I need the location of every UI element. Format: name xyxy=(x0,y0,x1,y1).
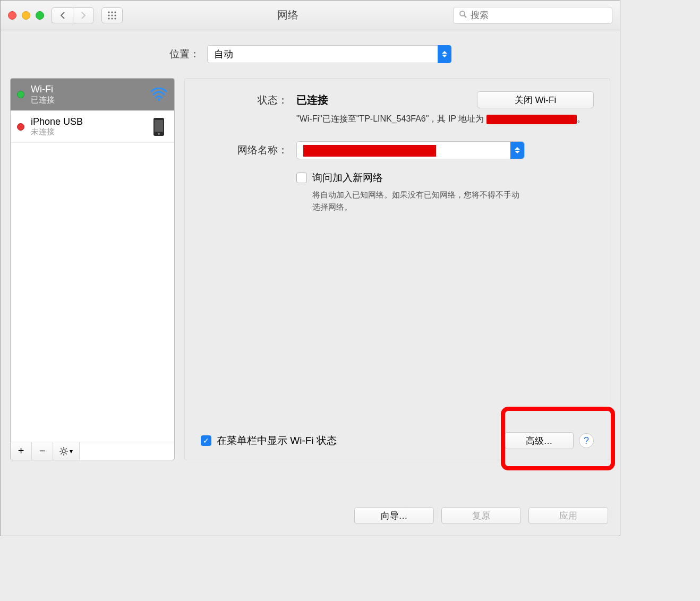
svg-point-2 xyxy=(114,11,116,13)
forward-button[interactable] xyxy=(73,7,94,23)
show-status-checkbox[interactable]: ✓ xyxy=(201,435,211,446)
redacted-ip xyxy=(486,115,577,124)
network-name-select[interactable] xyxy=(296,141,525,159)
iphone-icon xyxy=(150,118,168,136)
service-list: Wi-Fi 已连接 iPhone xyxy=(11,79,174,442)
minimize-window-button[interactable] xyxy=(22,11,30,20)
svg-point-0 xyxy=(108,11,109,13)
search-icon xyxy=(459,10,467,21)
svg-point-7 xyxy=(111,18,113,19)
detail-pane: 状态： 已连接 关闭 Wi-Fi "Wi-Fi"已连接至"TP-LINK_543… xyxy=(184,78,610,460)
grid-icon xyxy=(107,11,117,20)
svg-point-11 xyxy=(158,99,160,101)
chevron-right-icon xyxy=(80,11,87,20)
status-value: 已连接 xyxy=(296,93,328,107)
svg-point-5 xyxy=(114,14,116,16)
service-status: 未连接 xyxy=(31,127,143,137)
svg-point-9 xyxy=(460,11,465,16)
service-name: Wi-Fi xyxy=(31,84,143,95)
status-dot-icon xyxy=(17,123,24,131)
back-button[interactable] xyxy=(52,7,73,23)
location-row: 位置： 自动 xyxy=(1,30,620,78)
svg-line-22 xyxy=(66,448,67,449)
svg-point-4 xyxy=(111,14,113,16)
search-field[interactable] xyxy=(453,7,612,24)
nav-buttons xyxy=(52,7,94,23)
show-status-label: 在菜单栏中显示 Wi-Fi 状态 xyxy=(217,434,337,448)
remove-service-button[interactable]: − xyxy=(32,442,53,460)
wifi-icon xyxy=(150,85,168,104)
svg-line-20 xyxy=(61,448,62,449)
apply-button[interactable]: 应用 xyxy=(528,507,608,524)
ask-join-hint: 将自动加入已知网络。如果没有已知网络，您将不得不手动选择网络。 xyxy=(296,189,519,213)
window-title: 网络 xyxy=(130,8,446,22)
svg-point-14 xyxy=(158,133,160,135)
sidebar-actions: + − ▾ xyxy=(11,442,174,460)
chevron-updown-icon xyxy=(510,142,524,159)
titlebar: 网络 xyxy=(1,1,620,30)
service-sidebar: Wi-Fi 已连接 iPhone xyxy=(10,78,175,460)
add-service-button[interactable]: + xyxy=(11,442,32,460)
chevron-updown-icon xyxy=(438,45,451,63)
chevron-down-icon: ▾ xyxy=(70,448,73,455)
network-name-label: 网络名称： xyxy=(201,141,296,157)
help-button[interactable]: ? xyxy=(579,433,594,448)
window-controls xyxy=(8,11,44,20)
location-value: 自动 xyxy=(214,48,233,61)
svg-line-21 xyxy=(66,453,67,454)
service-options-button[interactable]: ▾ xyxy=(53,442,80,460)
service-item-iphone-usb[interactable]: iPhone USB 未连接 xyxy=(11,111,174,143)
revert-button[interactable]: 复原 xyxy=(441,507,521,524)
svg-line-10 xyxy=(464,15,466,18)
maximize-window-button[interactable] xyxy=(36,11,44,20)
svg-rect-13 xyxy=(155,120,163,132)
gear-icon xyxy=(59,447,68,456)
wifi-toggle-button[interactable]: 关闭 Wi-Fi xyxy=(477,91,594,108)
svg-point-6 xyxy=(108,18,109,19)
location-select[interactable]: 自动 xyxy=(207,45,451,63)
advanced-button[interactable]: 高级… xyxy=(505,432,574,449)
status-note: "Wi-Fi"已连接至"TP-LINK_543FA6"，其 IP 地址为 。 xyxy=(296,113,594,125)
svg-line-23 xyxy=(61,453,62,454)
svg-point-1 xyxy=(111,11,113,13)
svg-point-15 xyxy=(62,450,65,453)
footer-buttons: 向导… 复原 应用 xyxy=(354,507,608,524)
status-label: 状态： xyxy=(201,91,296,107)
ask-join-checkbox[interactable] xyxy=(296,173,307,183)
location-label: 位置： xyxy=(169,47,200,61)
service-item-wifi[interactable]: Wi-Fi 已连接 xyxy=(11,79,174,111)
close-window-button[interactable] xyxy=(8,11,16,20)
service-status: 已连接 xyxy=(31,95,143,105)
ask-join-label: 询问加入新网络 xyxy=(312,171,383,185)
status-dot-icon xyxy=(17,91,24,98)
redacted-network-name xyxy=(303,145,436,157)
show-all-button[interactable] xyxy=(101,7,123,23)
service-name: iPhone USB xyxy=(31,116,143,127)
assist-button[interactable]: 向导… xyxy=(354,507,434,524)
chevron-left-icon xyxy=(59,11,66,20)
svg-point-8 xyxy=(114,18,116,19)
search-input[interactable] xyxy=(471,10,607,21)
svg-point-3 xyxy=(108,14,109,16)
